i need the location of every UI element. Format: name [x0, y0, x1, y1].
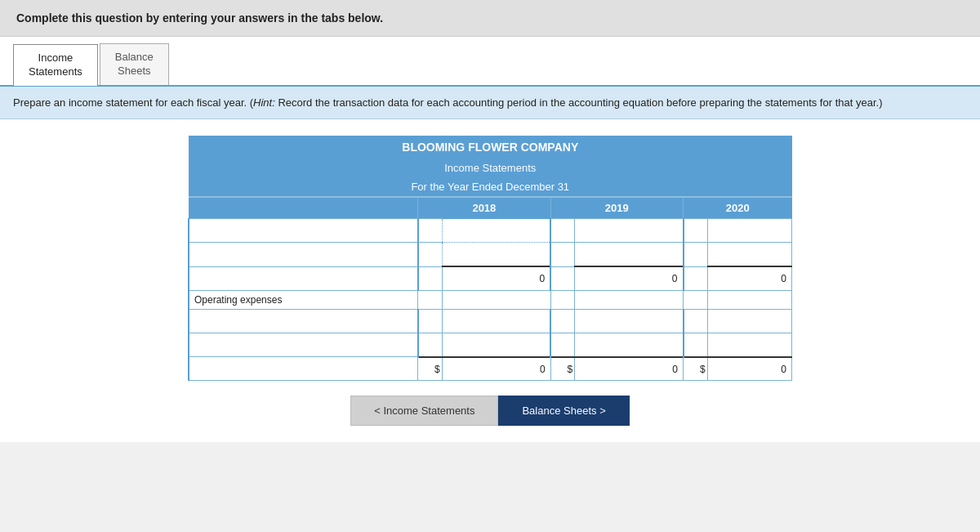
table-row [189, 333, 792, 357]
tab-balance-sheets[interactable]: BalanceSheets [100, 43, 169, 85]
subtotal-2020-value: 0 [781, 273, 786, 284]
subtotal-2019-value: 0 [672, 273, 678, 284]
instruction-text: Prepare an income statement for each fis… [13, 96, 882, 109]
row1-2018-input[interactable] [446, 221, 545, 239]
table-row [189, 219, 792, 243]
prev-button[interactable]: < Income Statements [350, 396, 498, 426]
table-container: BLOOMING FLOWER COMPANY Income Statement… [188, 136, 792, 426]
total-row: $ 0 $ 0 $ 0 [189, 357, 792, 381]
row4-2019-input-cell [575, 333, 684, 357]
subtotal-label-cell [189, 266, 418, 290]
statement-title: Income Statements [189, 159, 792, 177]
row3-2018-input-cell [442, 309, 550, 333]
row3-label-input[interactable] [193, 312, 414, 330]
year-2018-header: 2018 [418, 197, 550, 219]
total-2018-amount: 0 [540, 364, 546, 375]
row2-2020-input[interactable] [711, 245, 786, 263]
income-statement-table: BLOOMING FLOWER COMPANY Income Statement… [188, 136, 792, 381]
subtotal-row: 0 0 0 [189, 266, 792, 290]
company-name: BLOOMING FLOWER COMPANY [189, 136, 792, 159]
table-row [189, 243, 792, 267]
total-label-input[interactable] [193, 360, 414, 378]
nav-buttons: < Income Statements Balance Sheets > [188, 396, 792, 426]
subtotal-2018-cell: 0 [442, 266, 550, 290]
dollar-sign-2019: $ [567, 364, 572, 375]
statement-period: For the Year Ended December 31 [189, 177, 792, 197]
row4-2020-input[interactable] [711, 336, 786, 354]
row2-2020-input-cell [707, 243, 791, 267]
row2-2018-input-cell [442, 243, 550, 267]
row1-2020-input[interactable] [711, 221, 786, 239]
instruction-banner: Complete this question by entering your … [0, 0, 980, 37]
total-value-2018: 0 [442, 357, 550, 381]
row1-2020-input-cell [707, 219, 791, 243]
subtotal-label-input[interactable] [193, 270, 414, 288]
next-button[interactable]: Balance Sheets > [498, 396, 629, 426]
row3-2020-input-cell [707, 309, 791, 333]
table-row [189, 309, 792, 333]
total-value-2019: 0 [575, 357, 684, 381]
main-content: BLOOMING FLOWER COMPANY Income Statement… [0, 119, 980, 442]
row2-2019-input-cell [575, 243, 684, 267]
row3-2020-input[interactable] [711, 312, 786, 330]
row4-2018-input-cell [442, 333, 550, 357]
year-2019-header: 2019 [550, 197, 683, 219]
label-cell-4 [189, 333, 418, 357]
row1-2018-input-cell [442, 219, 550, 243]
row2-2019-input[interactable] [578, 245, 677, 263]
row2-label-input[interactable] [193, 246, 414, 264]
label-cell-1 [189, 219, 418, 243]
total-label-cell [189, 357, 418, 381]
total-dollar-2019: $ [550, 357, 575, 381]
label-cell-3 [189, 309, 418, 333]
row2-2018-input[interactable] [446, 245, 545, 263]
total-value-2020: 0 [707, 357, 791, 381]
operating-expenses-row: Operating expenses [189, 290, 792, 309]
total-dollar-2020: $ [684, 357, 708, 381]
row3-2019-input[interactable] [578, 312, 677, 330]
row4-2020-input-cell [707, 333, 791, 357]
tabs-bar: IncomeStatements BalanceSheets [0, 37, 980, 87]
total-dollar-2018: $ [418, 357, 443, 381]
instruction-bar: Prepare an income statement for each fis… [0, 87, 980, 120]
year-2020-header: 2020 [684, 197, 792, 219]
row1-label-input[interactable] [193, 221, 414, 239]
row1-2019-input-cell [575, 219, 684, 243]
row4-2018-input[interactable] [446, 336, 545, 354]
tab-income-statements[interactable]: IncomeStatements [13, 44, 98, 86]
dollar-sign-2018: $ [434, 364, 440, 375]
row3-2018-input[interactable] [446, 312, 545, 330]
operating-expenses-label: Operating expenses [189, 290, 418, 309]
subtotal-2020-cell: 0 [707, 266, 791, 290]
subtotal-2018-value: 0 [539, 273, 545, 284]
total-2020-amount: 0 [781, 364, 786, 375]
banner-text: Complete this question by entering your … [16, 11, 383, 25]
row1-2019-input[interactable] [578, 221, 677, 239]
dollar-sign-2020: $ [700, 364, 706, 375]
label-cell-2 [189, 243, 418, 267]
row4-2019-input[interactable] [578, 336, 677, 354]
row3-2019-input-cell [575, 309, 684, 333]
subtotal-2019-cell: 0 [575, 266, 684, 290]
row4-label-input[interactable] [193, 336, 414, 354]
total-2019-amount: 0 [672, 364, 678, 375]
